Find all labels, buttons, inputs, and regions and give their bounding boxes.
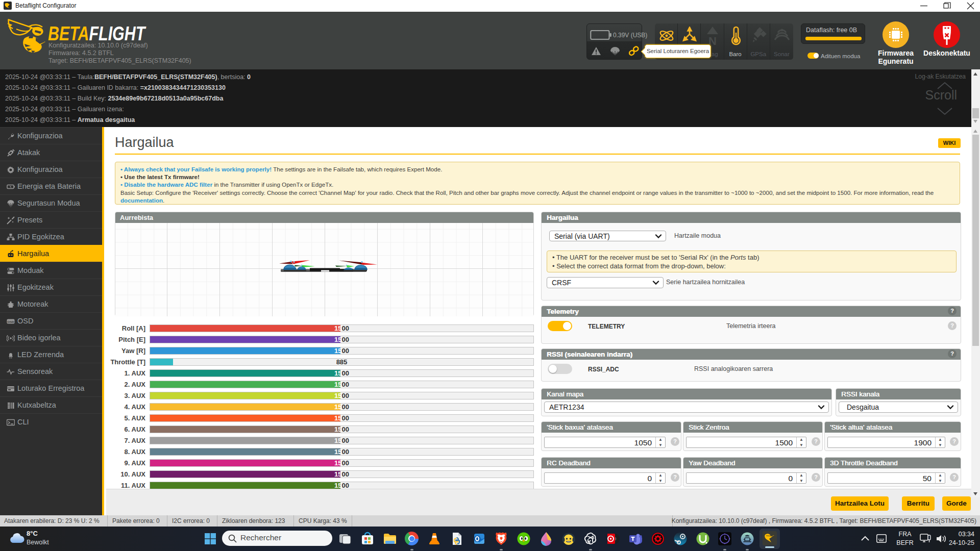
svg-text:OSD: OSD — [7, 320, 14, 323]
